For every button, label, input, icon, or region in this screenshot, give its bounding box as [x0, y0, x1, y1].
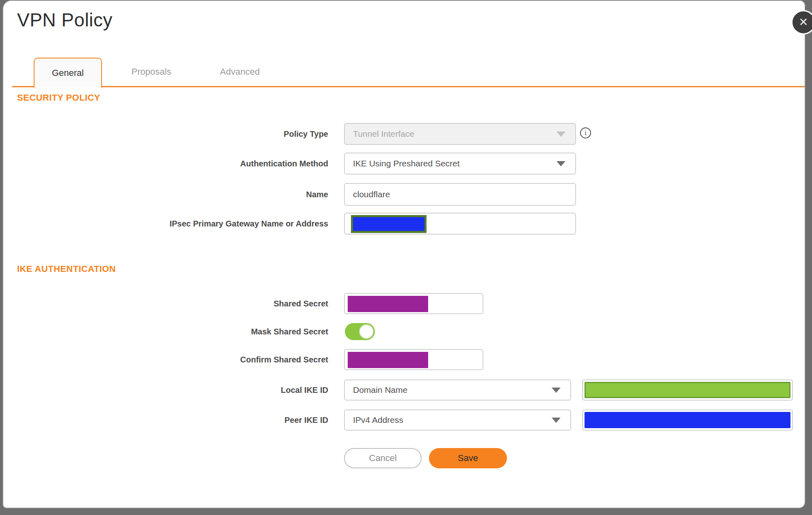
local-ike-id-redacted-value	[585, 382, 790, 398]
policy-type-select: Tunnel Interface	[344, 123, 576, 145]
close-icon: ✕	[799, 17, 808, 28]
authentication-method-label: Authentication Method	[65, 153, 328, 175]
peer-ike-id-label: Peer IKE ID	[65, 409, 328, 431]
mask-shared-secret-label: Mask Shared Secret	[65, 323, 328, 340]
peer-ike-id-select[interactable]: IPv4 Address	[344, 409, 571, 431]
confirm-shared-secret-redacted-value	[348, 352, 428, 368]
tab-advanced[interactable]: Advanced	[206, 58, 273, 86]
modal-overlay: VPN Policy ✕ General Proposals Advanced …	[0, 0, 812, 515]
cancel-button[interactable]: Cancel	[344, 448, 422, 468]
confirm-shared-secret-input[interactable]	[344, 349, 483, 370]
chevron-down-icon	[552, 388, 561, 393]
shared-secret-label: Shared Secret	[65, 293, 328, 314]
page-title: VPN Policy	[17, 9, 113, 31]
confirm-shared-secret-label: Confirm Shared Secret	[65, 349, 328, 370]
tab-underline	[12, 86, 805, 87]
mask-shared-secret-toggle[interactable]	[345, 323, 375, 340]
toggle-knob	[359, 324, 374, 339]
close-button[interactable]: ✕	[791, 10, 812, 34]
gateway-label: IPsec Primary Gateway Name or Address	[65, 213, 328, 235]
policy-type-value: Tunnel Interface	[353, 129, 414, 139]
authentication-method-select[interactable]: IKE Using Preshared Secret	[344, 153, 576, 175]
peer-ike-id-value-input[interactable]	[582, 409, 793, 431]
tab-general[interactable]: General	[34, 58, 102, 88]
gateway-input[interactable]	[344, 213, 576, 235]
gateway-redacted-value	[351, 215, 427, 233]
name-label: Name	[65, 183, 328, 206]
local-ike-id-select[interactable]: Domain Name	[344, 379, 571, 401]
peer-ike-id-type-value: IPv4 Address	[353, 415, 403, 425]
local-ike-id-value-input[interactable]	[582, 379, 793, 401]
save-button[interactable]: Save	[429, 448, 507, 468]
local-ike-id-type-value: Domain Name	[353, 385, 407, 395]
peer-ike-id-redacted-value	[585, 412, 790, 428]
shared-secret-input[interactable]	[344, 293, 483, 314]
chevron-down-icon	[556, 161, 565, 166]
section-security-policy: SECURITY POLICY	[17, 93, 100, 103]
name-input-wrap	[344, 183, 576, 206]
authentication-method-value: IKE Using Preshared Secret	[353, 159, 460, 168]
shared-secret-redacted-value	[348, 296, 428, 312]
name-input[interactable]	[353, 190, 567, 199]
policy-type-label: Policy Type	[65, 123, 328, 145]
chevron-down-icon	[556, 131, 565, 137]
tab-proposals[interactable]: Proposals	[118, 58, 185, 86]
local-ike-id-label: Local IKE ID	[65, 379, 328, 401]
chevron-down-icon	[552, 418, 561, 423]
section-ike-authentication: IKE AUTHENTICATION	[17, 264, 116, 274]
info-icon[interactable]: i	[580, 127, 591, 138]
